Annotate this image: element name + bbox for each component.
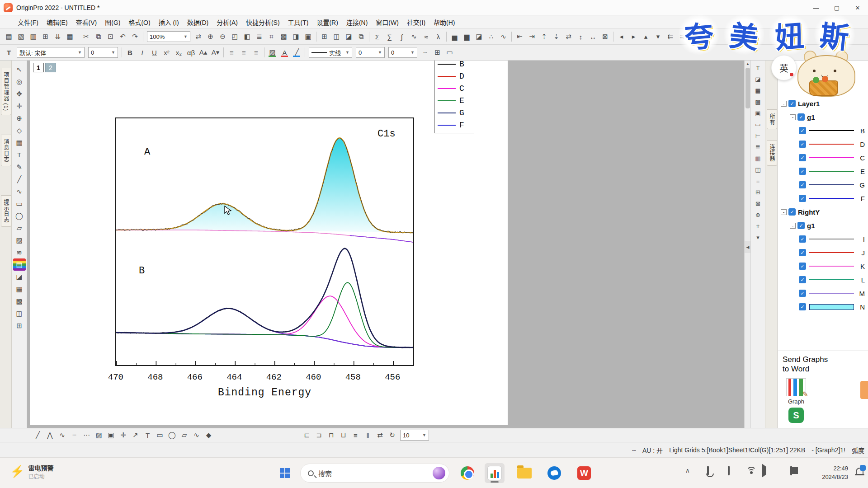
- axis-tool-icon[interactable]: ⊢: [752, 130, 764, 141]
- menu-item[interactable]: 文件(F): [14, 16, 42, 28]
- italic-button[interactable]: I: [136, 47, 148, 58]
- font-size-combobox[interactable]: 0 ▼: [88, 47, 118, 58]
- snap-grid-icon[interactable]: ⌗: [752, 221, 764, 232]
- merge-graph-icon[interactable]: ◪: [343, 31, 355, 42]
- visibility-checkbox[interactable]: ✓: [799, 249, 806, 256]
- tray-chevron-up-icon[interactable]: ∧: [685, 467, 690, 474]
- fill-color-icon[interactable]: ▣: [105, 429, 117, 441]
- menu-item[interactable]: 分析(A): [212, 16, 242, 28]
- object-manager-row[interactable]: ✓K: [778, 259, 868, 273]
- command-window-icon[interactable]: ⌗: [265, 31, 278, 42]
- taskbar-thunder[interactable]: [544, 463, 564, 483]
- apps-icon[interactable]: ▩: [278, 31, 290, 42]
- visibility-checkbox[interactable]: ✓: [799, 154, 806, 161]
- series-B-peak-green[interactable]: [116, 282, 413, 347]
- page-tab-1[interactable]: 1: [33, 63, 44, 72]
- smooth-icon[interactable]: ∿: [408, 31, 420, 42]
- bold-button[interactable]: B: [124, 47, 136, 58]
- add-graph-icon[interactable]: ◪: [752, 74, 764, 85]
- menu-item[interactable]: 插入 (I): [155, 16, 183, 28]
- object-manager-row[interactable]: ✓D: [778, 137, 868, 151]
- lock-object-icon[interactable]: ⊠: [752, 198, 764, 209]
- underline-button[interactable]: U: [148, 47, 160, 58]
- rectangle-icon[interactable]: ▭: [154, 429, 166, 441]
- integrate-icon[interactable]: ∫: [396, 31, 408, 42]
- page-tab-2[interactable]: 2: [45, 63, 56, 72]
- print-icon[interactable]: ⊞: [39, 31, 52, 42]
- save-project-icon[interactable]: ▥: [27, 31, 39, 42]
- zoom-in-icon[interactable]: ⊕: [204, 31, 217, 42]
- script-window-icon[interactable]: ≣: [253, 31, 265, 42]
- rescale-icon[interactable]: ⇄: [192, 31, 204, 42]
- draw-tool-icon[interactable]: ✎: [13, 161, 26, 173]
- visibility-checkbox[interactable]: ✓: [799, 141, 806, 148]
- arrow-icon[interactable]: ↗: [129, 429, 142, 441]
- font-color-button[interactable]: A: [278, 47, 291, 58]
- visibility-checkbox[interactable]: ✓: [799, 290, 806, 297]
- tab-project-manager[interactable]: 项目管理器 (1): [1, 68, 11, 115]
- object-manager-row[interactable]: ✓L: [778, 273, 868, 286]
- data-selector-icon[interactable]: ◇: [13, 124, 26, 136]
- curve-tool-icon[interactable]: ∿: [13, 185, 26, 197]
- object-manager-row[interactable]: ✓F: [778, 192, 868, 205]
- menu-item[interactable]: 连接(N): [342, 16, 372, 28]
- symbol-icon[interactable]: ◆: [203, 429, 215, 441]
- object-manager-row[interactable]: ✓I: [778, 232, 868, 246]
- border-width-combobox[interactable]: 0 ▼: [388, 47, 417, 58]
- taskbar-chrome[interactable]: [458, 463, 477, 483]
- undo-icon[interactable]: ↶: [117, 31, 129, 42]
- object-manager-icon[interactable]: ◨: [290, 31, 302, 42]
- text-label-icon[interactable]: T: [142, 429, 154, 441]
- start-button[interactable]: [275, 463, 295, 483]
- object-manager-row[interactable]: ✓N: [778, 300, 868, 314]
- search-highlight-icon[interactable]: [433, 467, 445, 479]
- notification-bell-icon[interactable]: [856, 468, 863, 474]
- ruler-icon[interactable]: ▭: [752, 119, 764, 130]
- scroll-up-icon[interactable]: ▴: [640, 31, 652, 42]
- insert-matrix-icon[interactable]: ▩: [13, 295, 26, 307]
- more-objects-icon[interactable]: ▾: [752, 232, 764, 243]
- panel-collapse-icon[interactable]: ◀: [745, 241, 751, 253]
- object-manager-row[interactable]: ✓C: [778, 151, 868, 164]
- tab-all[interactable]: 所有: [767, 109, 777, 129]
- visibility-checkbox[interactable]: ✓: [799, 195, 806, 202]
- line-icon[interactable]: ╱: [32, 429, 44, 441]
- x-axis-title[interactable]: Binding Energy: [115, 387, 414, 399]
- align-horizontal-icon[interactable]: ≡: [349, 429, 362, 441]
- move-up-icon[interactable]: ⇡: [538, 31, 550, 42]
- menu-item[interactable]: 格式(O): [124, 16, 154, 28]
- menu-item[interactable]: 数据(D): [183, 16, 212, 28]
- color-lines-icon[interactable]: ≋: [13, 246, 26, 258]
- series-B-peak-magenta[interactable]: [116, 296, 413, 347]
- project-explorer-icon[interactable]: ◧: [241, 31, 253, 42]
- align-objects-icon[interactable]: ≡: [752, 175, 764, 187]
- volume-icon[interactable]: [762, 467, 769, 475]
- align-vertical-icon[interactable]: ‖: [362, 429, 374, 441]
- scroll-down-icon[interactable]: ▾: [652, 31, 664, 42]
- tree-expand-icon[interactable]: -: [781, 209, 787, 215]
- greek-button[interactable]: αβ: [185, 47, 197, 58]
- object-manager-row[interactable]: -✓g1: [778, 219, 868, 232]
- tab-connector[interactable]: 连接器: [767, 140, 777, 166]
- subscript-button[interactable]: x₂: [173, 47, 185, 58]
- add-note-icon[interactable]: ▣: [752, 108, 764, 119]
- step-back-icon[interactable]: ⇇: [664, 31, 676, 42]
- visibility-checkbox[interactable]: ✓: [799, 181, 806, 188]
- menu-item[interactable]: 图(G): [101, 16, 124, 28]
- frame-style-icon[interactable]: ▭: [443, 47, 456, 58]
- graph-axes-frame[interactable]: A B C1s: [115, 117, 414, 366]
- object-manager-row[interactable]: ✓M: [778, 286, 868, 300]
- align-left-edge-icon[interactable]: ⇤: [514, 31, 526, 42]
- increase-font-button[interactable]: A▴: [197, 47, 209, 58]
- panel-b-label[interactable]: B: [139, 265, 145, 277]
- line-style-combobox[interactable]: 实线 ▼: [309, 47, 352, 58]
- object-manager-row[interactable]: -✓g1: [778, 110, 868, 124]
- visibility-checkbox[interactable]: ✓: [799, 263, 806, 270]
- object-size-combobox[interactable]: 10 ▼: [400, 430, 429, 441]
- zoom-out-icon[interactable]: ⊖: [217, 31, 229, 42]
- line-tool-icon[interactable]: ╱: [13, 173, 26, 185]
- tab-hints-log[interactable]: 提示日志: [1, 195, 11, 227]
- bar-plot-icon[interactable]: ▆: [461, 31, 473, 42]
- circle-icon[interactable]: ◯: [166, 429, 178, 441]
- freeform-icon[interactable]: ∿: [190, 429, 203, 441]
